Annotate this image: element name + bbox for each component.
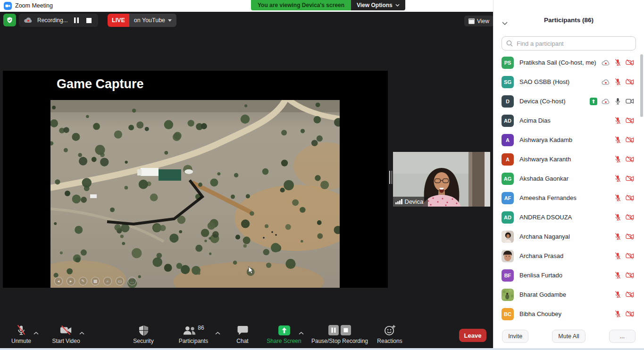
participant-avatar: SG <box>502 76 514 88</box>
camera-status-icon <box>626 78 634 85</box>
start-video-label: Start Video <box>52 338 80 344</box>
participants-button[interactable]: 86 Participants <box>171 324 216 344</box>
participant-avatar <box>502 231 514 243</box>
pen-tool-icon[interactable]: ✎ <box>79 277 87 285</box>
participant-row[interactable]: A Aishwarya Karanth <box>493 150 641 169</box>
view-layout-button[interactable]: View <box>464 16 493 26</box>
participant-row[interactable]: AF Ameesha Fernandes <box>493 188 641 208</box>
pause-icon <box>74 17 79 23</box>
participant-row[interactable]: Archana Naganyal <box>493 227 641 246</box>
chat-button[interactable]: Chat <box>229 324 256 344</box>
search-input[interactable] <box>516 40 631 48</box>
microphone-muted-icon <box>16 325 26 336</box>
zoom-tool-icon[interactable]: ⌕ <box>103 277 112 285</box>
presenter-video-thumbnail[interactable]: Devica <box>393 152 490 207</box>
live-stream-indicator[interactable]: LIVE on YouTube <box>108 14 176 27</box>
participant-avatar: AD <box>502 211 514 224</box>
encryption-shield-button[interactable] <box>3 14 16 26</box>
participant-row[interactable]: PS Pratiksha Sail (Co-host, me) <box>493 53 641 72</box>
participant-name: SAO GSBB (Host) <box>519 78 596 85</box>
participant-row[interactable]: BC Bibha Choubey <box>493 304 641 324</box>
camera-status-icon <box>626 214 634 221</box>
more-actions-button[interactable]: ... <box>609 330 636 343</box>
microphone-status-icon <box>614 194 621 202</box>
pause-stop-recording-button[interactable]: Pause/Stop Recording <box>308 324 372 344</box>
game-capture-video[interactable]: ◂▸✎▦⌕▭… <box>50 100 340 288</box>
security-button[interactable]: Security <box>122 324 165 344</box>
cloud-recording-icon <box>602 59 610 66</box>
participant-row[interactable]: BF Benlisa Furtado <box>493 266 641 285</box>
camera-status-icon <box>626 98 634 105</box>
aerial-savanna-scene <box>50 100 340 288</box>
microphone-status-icon <box>614 252 621 260</box>
camera-status-icon <box>626 272 634 279</box>
participant-name: Devica (Co-host) <box>519 98 584 105</box>
audio-options-chevron[interactable] <box>33 328 39 337</box>
participants-label: Participants <box>179 338 209 344</box>
microphone-status-icon <box>614 233 621 241</box>
camera-status-icon <box>626 175 634 182</box>
participant-avatar: AD <box>502 115 514 127</box>
camera-status-icon <box>626 156 634 163</box>
participant-list[interactable]: PS Pratiksha Sail (Co-host, me) <box>493 53 641 328</box>
participant-avatar: AG <box>502 173 514 185</box>
meeting-toolbar: Unmute Start Video <box>0 321 493 348</box>
microphone-status-icon <box>614 78 621 86</box>
window-title: Zoom Meeting <box>15 2 53 9</box>
share-options-chevron[interactable] <box>299 328 304 337</box>
camera-status-icon <box>626 136 634 143</box>
mouse-cursor <box>248 266 254 276</box>
participant-avatar: AF <box>502 192 514 204</box>
participant-row[interactable]: AD ANDREA DSOUZA <box>493 208 641 227</box>
camera-status-icon <box>626 310 634 317</box>
reactions-button[interactable]: Reactions <box>369 324 410 344</box>
participant-row[interactable]: D Devica (Co-host) <box>493 92 641 111</box>
microphone-status-icon <box>614 136 621 144</box>
panel-scrollbar[interactable] <box>640 54 643 117</box>
live-label: LIVE <box>112 17 125 24</box>
screen-sharing-icon <box>590 98 597 105</box>
taskbar-edge <box>0 348 644 350</box>
subtitles-icon[interactable]: ▭ <box>116 277 124 285</box>
participant-name: Aishwarya Karanth <box>519 156 609 163</box>
next-slide-icon[interactable]: ▸ <box>67 277 75 285</box>
participant-row[interactable]: SG SAO GSBB (Host) <box>493 72 641 92</box>
share-screen-icon <box>278 325 291 336</box>
shield-check-icon <box>6 17 13 24</box>
participant-row[interactable]: AD Acima Dias <box>493 111 641 130</box>
chat-label: Chat <box>236 338 248 344</box>
participants-options-chevron[interactable] <box>215 328 220 337</box>
participant-avatar: BF <box>502 269 514 282</box>
zoom-app-icon <box>4 2 12 10</box>
invite-button[interactable]: Invite <box>502 330 528 343</box>
participant-row[interactable]: Archana Prasad <box>493 246 641 266</box>
microphone-status-icon <box>614 97 621 105</box>
microphone-status-icon <box>614 155 621 163</box>
participant-row[interactable]: AG Akshada Gaonkar <box>493 169 641 188</box>
pause-recording-button[interactable] <box>72 16 81 25</box>
shared-screen-slide: Game Capture <box>3 71 388 288</box>
reactions-label: Reactions <box>377 338 402 344</box>
microphone-status-icon <box>614 58 621 67</box>
live-platform-dropdown[interactable]: on YouTube <box>129 14 176 27</box>
chevron-down-icon <box>395 4 400 7</box>
view-options-button[interactable]: View Options <box>351 0 405 10</box>
participants-header: Participants (86) <box>493 14 644 27</box>
unmute-label: Unmute <box>11 338 31 344</box>
stop-recording-button[interactable] <box>85 16 93 25</box>
participant-search[interactable] <box>502 36 636 50</box>
panel-resize-handle[interactable] <box>389 171 393 184</box>
participant-avatar <box>502 289 514 301</box>
mute-all-button[interactable]: Mute All <box>552 330 585 343</box>
participant-name: Archana Prasad <box>519 252 609 259</box>
participant-name: Archana Naganyal <box>519 233 609 240</box>
more-options-icon[interactable]: … <box>128 277 136 285</box>
leave-button[interactable]: Leave <box>459 329 486 342</box>
zoom-app-window: Zoom Meeting You are viewing Devica's sc… <box>0 0 644 350</box>
video-options-chevron[interactable] <box>79 328 84 337</box>
participant-row[interactable]: Bharat Godambe <box>493 285 641 304</box>
all-slides-icon[interactable]: ▦ <box>91 277 100 285</box>
live-badge: LIVE <box>108 14 129 27</box>
participant-row[interactable]: A Aishwarya Kadamb <box>493 130 641 150</box>
previous-slide-icon[interactable]: ◂ <box>54 277 63 285</box>
